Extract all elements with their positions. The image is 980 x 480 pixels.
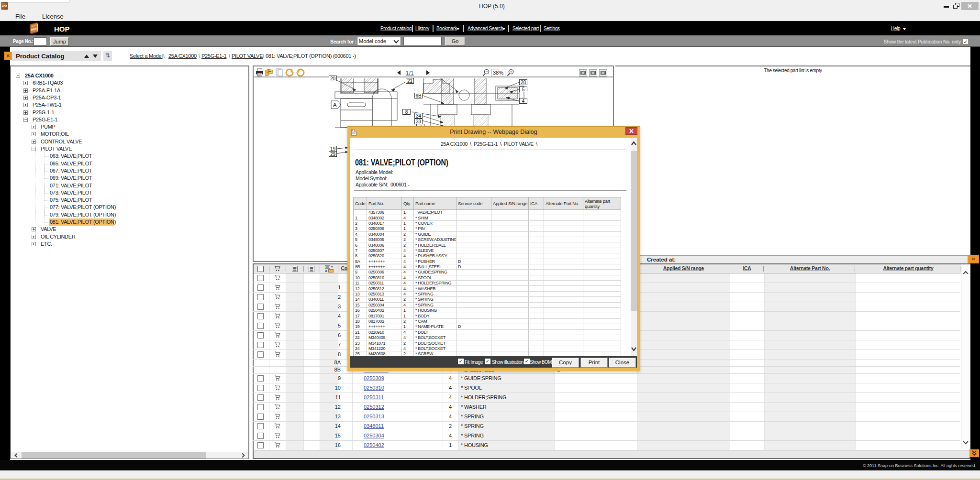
svg-text:A: A [333,102,337,108]
svg-text:A: A [325,269,327,273]
